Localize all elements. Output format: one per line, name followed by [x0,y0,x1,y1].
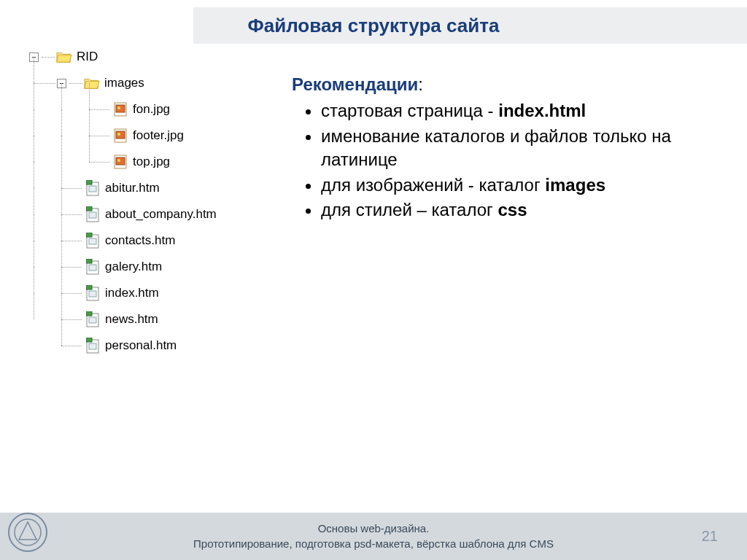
recs-item: для стилей – каталог css [321,198,700,222]
tree-connector [61,188,82,189]
image-file-icon [112,128,128,143]
tree-file-label: footer.jpg [133,128,184,143]
svg-rect-28 [86,338,92,342]
html-file-icon [85,260,101,274]
recs-text: именование каталогов и файлов только на … [321,126,671,169]
svg-rect-1 [116,105,125,112]
folder-open-icon [84,76,100,90]
tree-connector [89,109,90,136]
tree-connector [69,83,82,84]
tree-root-label: RID [77,50,98,64]
svg-rect-23 [89,291,96,297]
svg-point-2 [117,106,120,109]
footer-line1: Основы web-дизайна. [0,521,747,536]
recommendations: Рекомендации: стартовая страница - index… [292,73,700,223]
svg-point-5 [117,133,120,136]
html-file-icon [85,338,101,353]
tree-connector [34,214,34,241]
tree-file-label: index.htm [105,286,159,300]
footer-line2: Прототипирование, подготовка psd-макета,… [0,537,747,551]
tree-file-label: fon.jpg [133,102,170,117]
tree-file-row[interactable]: personal.htm [29,332,217,359]
tree-file-row[interactable]: contacts.htm [29,228,217,254]
recs-text: для стилей – каталог [321,200,498,219]
folder-open-icon [56,50,72,64]
tree-folder-row[interactable]: − images [29,70,217,96]
tree-file-row[interactable]: index.htm [29,280,217,306]
tree-file-row[interactable]: galery.htm [29,254,217,280]
html-file-icon [85,233,101,248]
tree-folder-label: images [104,76,144,90]
tree-file-row[interactable]: top.jpg [29,149,217,175]
svg-rect-14 [89,212,96,218]
recs-bold: index.html [498,101,586,120]
svg-point-8 [117,159,120,162]
page-number: 21 [702,528,718,545]
tree-file-label: abitur.htm [105,181,160,195]
tree-file-label: galery.htm [105,260,162,274]
tree-connector [61,319,62,346]
footer-text: Основы web-дизайна. Прототипирование, по… [0,521,747,551]
recs-bold: images [545,175,605,195]
svg-rect-25 [86,311,92,316]
tree-root-row[interactable]: − RID [29,44,217,70]
html-file-icon [85,181,101,195]
tree-connector [61,293,62,319]
tree-connector [61,188,62,214]
svg-rect-19 [86,259,92,263]
tree-connector [89,136,90,162]
tree-connector [34,136,34,162]
tree-connector [34,241,34,267]
tree-file-label: contacts.htm [105,233,175,248]
tree-connector [61,214,82,215]
tree-connector [89,162,109,163]
tree-connector [34,267,34,293]
recs-text: для изображений - каталог [321,175,545,195]
tree-connector [61,319,82,320]
html-file-icon [85,286,101,300]
tree-connector [61,83,62,188]
tree-file-row[interactable]: abitur.htm [29,175,217,201]
svg-rect-26 [89,317,96,323]
tree-connector [61,267,62,293]
image-file-icon [112,102,128,117]
svg-rect-17 [89,238,96,244]
slide-title: Файловая структура сайта [0,15,747,37]
tree-connector [34,293,34,319]
svg-rect-11 [89,186,96,192]
tree-file-row[interactable]: footer.jpg [29,122,217,149]
tree-connector [34,188,34,214]
image-file-icon [112,155,128,169]
html-file-icon [85,207,101,222]
tree-connector [89,136,109,136]
tree-connector [34,83,34,109]
tree-file-row[interactable]: about_company.htm [29,201,217,228]
tree-file-label: personal.htm [105,338,177,353]
tree-connector [61,267,82,268]
svg-rect-13 [86,206,92,211]
recs-bold: css [498,200,527,219]
tree-connector [61,293,82,294]
tree-connector [61,214,62,241]
recs-list: стартовая страница - index.html именован… [292,99,700,222]
svg-rect-22 [86,285,92,289]
recs-item: стартовая страница - index.html [321,99,700,122]
recs-text: стартовая страница - [321,101,498,120]
tree-connector [61,346,82,346]
tree-connector [34,109,34,136]
svg-rect-29 [89,343,96,349]
svg-rect-16 [86,233,92,237]
tree-file-row[interactable]: fon.jpg [29,96,217,122]
tree-file-label: news.htm [105,312,158,327]
file-tree: − RID − images fon.jpg foo [29,44,217,359]
svg-rect-20 [89,265,96,271]
svg-rect-4 [116,131,125,139]
tree-file-row[interactable]: news.htm [29,306,217,332]
recs-item: именование каталогов и файлов только на … [321,125,700,172]
recs-colon: : [418,74,423,94]
tree-connector [61,241,62,267]
svg-rect-7 [116,158,125,165]
tree-connector [89,109,109,110]
tree-connector [89,83,90,109]
tree-connector [42,57,55,58]
